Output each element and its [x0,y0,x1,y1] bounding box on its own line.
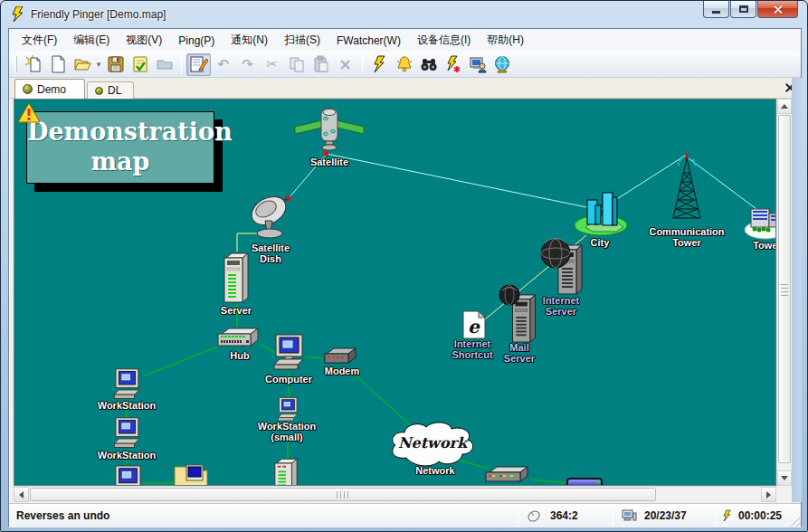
undo-button[interactable]: ↶ [211,53,235,76]
close-map-icon [156,55,174,73]
status-separator [715,507,716,525]
new-map-button[interactable] [45,53,70,76]
svg-text:Network: Network [398,434,469,451]
find-button[interactable] [416,53,441,76]
redo-button[interactable]: ↷ [235,53,260,76]
maximize-button[interactable] [730,1,756,18]
map-node-satellite-dish[interactable] [247,195,294,244]
title-bar[interactable]: Friendly Pinger [Demo.map] [1,1,807,28]
map-node-communication-tower[interactable] [666,147,708,229]
horizontal-scroll-thumb[interactable] [30,488,656,501]
tab-demo-label: Demo [37,83,66,96]
horizontal-scrollbar[interactable] [14,486,776,502]
menu-fwatcher[interactable]: FWatcher(W) [328,32,409,50]
status-separator [613,507,613,525]
folder-computer-icon [174,461,210,486]
toolbar-gripper[interactable] [14,56,17,72]
close-map-button[interactable] [152,53,176,76]
map-status-dot-icon [95,87,103,95]
save-map-icon [107,55,125,73]
resize-grip[interactable] [788,515,800,527]
map-label-tower: Tower [753,240,776,251]
tab-demo[interactable]: Demo [14,79,85,99]
menu-device-info[interactable]: 设备信息(I) [409,30,479,51]
map-node-folder[interactable] [174,461,210,486]
scroll-left-button[interactable] [14,487,29,502]
map-node-workstation2[interactable] [110,417,143,453]
menu-help[interactable]: 帮助(H) [479,30,532,51]
new-map-wizard-button[interactable] [21,53,45,76]
map-label-mail-server: Mail Server [504,342,535,364]
internet-shortcut-icon: e [461,310,487,339]
map-node-workstation3[interactable] [112,465,143,486]
vertical-scrollbar[interactable] [776,99,792,486]
map-title-banner[interactable]: Demonstration map [26,111,214,184]
device-info-icon [469,55,487,73]
delete-button[interactable]: × [333,53,357,76]
map-node-bottom-server[interactable] [273,458,299,486]
notification-button[interactable] [392,53,416,76]
map-label-modem: Modem [325,366,360,376]
menu-notify[interactable]: 通知(N) [223,30,276,51]
fwatcher-icon [444,55,462,73]
map-node-satellite[interactable] [293,107,366,157]
map-node-computer[interactable] [272,334,305,375]
computer-icon [622,509,637,525]
warning-icon[interactable] [17,102,41,128]
edit-mode-button[interactable] [186,53,211,76]
open-map-button[interactable] [70,53,94,76]
status-bar: Reverses an undo 364:2 20/23/37 00:00:25 [9,503,801,527]
map-canvas[interactable]: Demonstration map [14,99,776,486]
status-time: 00:00:25 [738,509,782,522]
menu-file[interactable]: 文件(F) [14,30,65,51]
binoculars-icon [420,55,438,73]
toolbar-separator [181,54,182,74]
map-status-dot-icon [23,84,33,94]
switch-icon [483,465,530,486]
device-info-button[interactable] [465,53,490,76]
window-title: Friendly Pinger [Demo.map] [31,8,166,21]
ping-button[interactable] [367,53,392,76]
vertical-scroll-thumb[interactable] [778,115,791,463]
verify-map-button[interactable] [128,53,152,76]
mail-ball-icon [498,284,521,309]
map-label-satellite: Satellite [310,157,348,167]
map-node-switch[interactable] [483,465,530,486]
map-node-city[interactable] [573,191,629,240]
scroll-right-button[interactable] [761,487,776,502]
server-icon [273,458,299,486]
tab-dl[interactable]: DL [87,81,134,99]
web-button[interactable] [490,53,514,76]
map-node-server[interactable] [223,252,250,307]
save-map-button[interactable] [103,53,128,76]
workstation-icon [110,368,143,401]
fwatcher-button[interactable] [441,53,465,76]
menu-edit[interactable]: 编辑(E) [65,30,118,51]
map-node-workstation1[interactable] [110,368,143,404]
minimize-icon [712,11,720,14]
bell-icon [395,55,414,73]
open-dropdown-arrow[interactable]: ▾ [94,60,103,69]
menu-ping[interactable]: Ping(P) [170,32,223,50]
close-button[interactable] [757,1,798,18]
scroll-down-button[interactable] [777,470,792,486]
paste-icon [312,55,330,73]
menu-view[interactable]: 视图(V) [118,30,170,51]
map-label-workstation1: WorkStation [98,400,157,411]
workstation-icon [110,417,143,450]
arrow-down-icon [781,476,788,480]
status-separator [518,507,518,525]
map-node-tower[interactable] [744,202,776,243]
copy-button[interactable] [284,53,309,76]
paste-button[interactable] [309,53,333,76]
menu-scan[interactable]: 扫描(S) [276,30,328,51]
hub-icon [216,328,260,351]
toolbar: ▾ [9,52,801,78]
workstation-small-icon [276,397,299,423]
minimize-button[interactable] [703,1,729,18]
scroll-up-button[interactable] [777,99,792,114]
lightning-icon [722,509,733,525]
map-label-internet-shortcut: Internet Shortcut [452,338,492,360]
cut-button[interactable]: ✂ [260,53,284,76]
map-node-laptop[interactable] [566,478,603,486]
